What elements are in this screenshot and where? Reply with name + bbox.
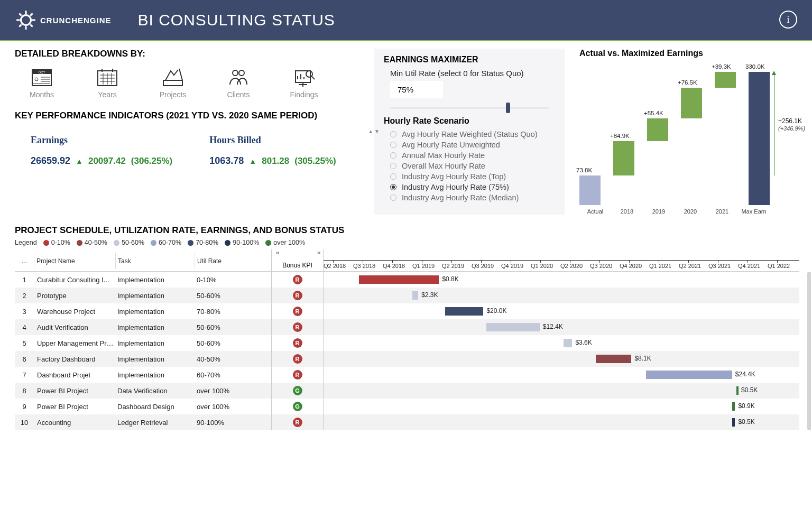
kpi-sort-controls: ▲ ▼ bbox=[368, 128, 380, 134]
project-name: Audit Verification bbox=[34, 323, 115, 331]
timeline-label: Q1 2020 bbox=[531, 263, 553, 269]
col-header-util[interactable]: Util Rate bbox=[195, 253, 261, 269]
table-row[interactable]: 2PrototypeImplementation50-60% bbox=[15, 288, 271, 303]
brand-logo: CRUNCHENGINE bbox=[15, 9, 112, 31]
gantt-value: $0.8K bbox=[442, 275, 458, 283]
col-header-project[interactable]: Project Name bbox=[34, 253, 115, 269]
wf-bar-2019 bbox=[647, 118, 668, 141]
bonus-cell: R bbox=[272, 303, 323, 319]
util-rate: 70-80% bbox=[195, 308, 261, 316]
wf-bar-2021 bbox=[715, 72, 736, 88]
gantt-value: $0.5K bbox=[738, 418, 754, 425]
radio-icon bbox=[390, 163, 396, 169]
gantt-bar-row: $24.4K bbox=[324, 367, 799, 383]
gantt-vertical-scrollbar[interactable] bbox=[807, 272, 811, 430]
bonus-cell: R bbox=[272, 351, 323, 367]
rate-option-0[interactable]: Avg Hourly Rate Weighted (Status Quo) bbox=[384, 129, 555, 140]
gantt-bar bbox=[359, 275, 439, 284]
col-header-num[interactable]: ... bbox=[15, 253, 34, 269]
maximizer-subtitle: Min Util Rate (select 0 for Status Quo) bbox=[390, 69, 555, 78]
calendar-month-icon: OCT bbox=[29, 66, 54, 89]
breakdown-months[interactable]: OCT Months bbox=[18, 66, 66, 99]
rate-option-6[interactable]: Industry Avg Hourly Rate (Median) bbox=[384, 192, 555, 203]
util-rate-slider[interactable] bbox=[390, 107, 549, 109]
task-name: Implementation bbox=[115, 371, 195, 379]
svg-text:OCT: OCT bbox=[39, 71, 45, 74]
breakdown-projects[interactable]: Projects bbox=[149, 66, 197, 99]
info-button[interactable]: i bbox=[779, 11, 797, 29]
waterfall-chart-panel: Actual vs. Maximized Earnings 73.8K+84.9… bbox=[565, 49, 812, 215]
table-row[interactable]: 4Audit VerificationImplementation50-60% bbox=[15, 319, 271, 335]
task-name: Implementation bbox=[115, 323, 195, 331]
gantt-bar bbox=[486, 323, 540, 331]
bonus-cell: R bbox=[272, 319, 323, 335]
table-row[interactable]: 10AccountingLedger Retrieval90-100% bbox=[15, 414, 271, 430]
breakdown-findings[interactable]: Findings bbox=[280, 66, 328, 99]
min-util-rate-input[interactable]: 75% bbox=[390, 81, 443, 98]
task-name: Data Verification bbox=[115, 387, 195, 395]
project-name: Power BI Project bbox=[34, 403, 115, 411]
breakdown-years[interactable]: Years bbox=[84, 66, 131, 99]
project-name: Dashboard Projet bbox=[34, 371, 115, 379]
util-rate: 50-60% bbox=[195, 323, 261, 331]
wf-label-2020: +76.5K bbox=[678, 79, 697, 86]
rate-option-3[interactable]: Overall Max Hourly Rate bbox=[384, 161, 555, 171]
gantt-bar bbox=[732, 418, 735, 427]
bonus-cell: G bbox=[272, 383, 323, 399]
col-header-bonus[interactable]: Bonus KPI bbox=[272, 249, 323, 272]
timeline-label: Q4 2020 bbox=[620, 263, 642, 269]
kpi-card-earnings: Earnings 26659.92 ▲ 20097.42 (306.25%) bbox=[31, 135, 172, 166]
gantt-bar bbox=[445, 307, 484, 316]
kpi-sort-asc-icon[interactable]: ▲ bbox=[368, 128, 373, 134]
rate-option-2[interactable]: Annual Max Hourly Rate bbox=[384, 150, 555, 161]
gantt-bar bbox=[736, 386, 739, 395]
col-header-task[interactable]: Task bbox=[115, 253, 195, 269]
wf-bar-2020 bbox=[681, 88, 702, 119]
kpi-hours-prev: 801.28 bbox=[262, 156, 289, 166]
table-row[interactable]: 8Power BI ProjectData Verificationover 1… bbox=[15, 383, 271, 399]
wf-label-Max Earn: 330.0K bbox=[745, 63, 764, 70]
svg-point-28 bbox=[233, 70, 238, 76]
table-row[interactable]: 3Warehouse ProjectImplementation70-80% bbox=[15, 303, 271, 319]
radio-icon bbox=[390, 184, 396, 190]
rate-option-4[interactable]: Industry Avg Hourly Rate (Top) bbox=[384, 171, 555, 182]
gantt-bar-row: $0.5K bbox=[324, 414, 799, 430]
gantt-left-pane: ... Project Name Task Util Rate « 1Curab… bbox=[15, 249, 272, 430]
kpi-title: KEY PERFORMANCE INDICATORS (2021 YTD VS.… bbox=[15, 110, 337, 121]
legend-over 100%: over 100% bbox=[265, 239, 305, 246]
svg-line-5 bbox=[19, 13, 21, 15]
wf-label-2019: +55.4K bbox=[644, 110, 663, 116]
gantt-bar-row: $0.8K bbox=[324, 272, 799, 288]
rate-option-1[interactable]: Avg Hourly Rate Unweighted bbox=[384, 140, 555, 150]
bonus-badge: R bbox=[293, 307, 302, 316]
collapse-bonus-icon[interactable]: « bbox=[317, 248, 321, 256]
table-row[interactable]: 1Curabitur Consulting I...Implementation… bbox=[15, 272, 271, 288]
breakdown-clients[interactable]: Clients bbox=[215, 66, 262, 99]
breakdown-nav: OCT Months Years Projects Clients Findin… bbox=[15, 63, 380, 101]
kpi-sort-desc-icon[interactable]: ▼ bbox=[374, 128, 380, 134]
table-row[interactable]: 7Dashboard ProjetImplementation60-70% bbox=[15, 367, 271, 383]
util-rate: over 100% bbox=[195, 403, 261, 411]
gantt-bar bbox=[646, 371, 732, 379]
table-row[interactable]: 9Power BI ProjectDashboard Designover 10… bbox=[15, 399, 271, 414]
gantt-value: $20.0K bbox=[486, 307, 506, 314]
rate-option-5[interactable]: Industry Avg Hourly Rate (75%) bbox=[384, 182, 555, 192]
util-rate: 90-100% bbox=[195, 419, 261, 427]
legend-0-10%: 0-10% bbox=[43, 239, 70, 246]
kpi-hours-current: 1063.78 bbox=[209, 155, 244, 166]
slider-thumb[interactable] bbox=[506, 103, 510, 113]
util-rate: 50-60% bbox=[195, 339, 261, 347]
table-row[interactable]: 5Upper Management Pro...Implementation50… bbox=[15, 335, 271, 351]
timeline-label: Q2 2018 bbox=[324, 263, 346, 269]
kpi-earnings-pct: (306.25%) bbox=[131, 156, 172, 166]
radio-icon bbox=[390, 173, 396, 180]
page-title: BI CONSULTING STATUS bbox=[138, 11, 335, 29]
timeline-label: Q1 2021 bbox=[649, 263, 671, 269]
gantt-timeline-pane[interactable]: Q2 2018Q3 2018Q4 2018Q1 2019Q2 2019Q3 20… bbox=[324, 249, 812, 430]
kpi-earnings-current: 26659.92 bbox=[31, 155, 70, 166]
table-row[interactable]: 6Factory DashboardImplementation40-50% bbox=[15, 351, 271, 367]
gantt-value: $8.1K bbox=[634, 355, 651, 362]
task-name: Implementation bbox=[115, 339, 195, 347]
gantt-bar bbox=[412, 291, 418, 300]
timeline-label: Q1 2019 bbox=[412, 263, 435, 269]
